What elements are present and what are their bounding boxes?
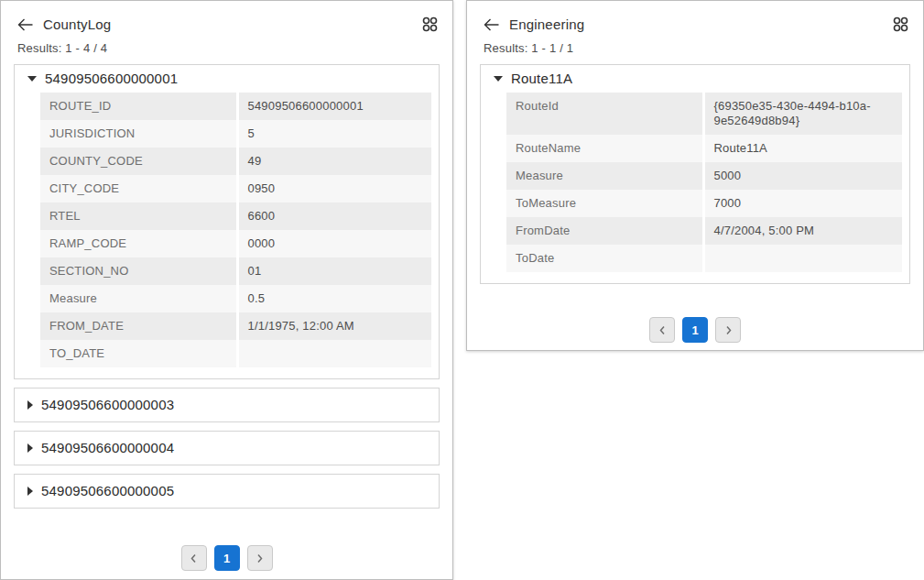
pagination: 1 [14,545,440,571]
feature-title: 54909506600000004 [41,441,174,455]
chevron-right-icon [255,553,265,564]
panel-title: Engineering [509,16,584,32]
table-row: TO_DATE [40,340,431,367]
previous-page-button[interactable] [649,317,675,343]
feature-info-panel-countylog: CountyLog Results: 1 - 4 / 4 54909506600… [0,0,453,580]
feature-info-panel-engineering: Engineering Results: 1 - 1 / 1 Route11A … [466,0,924,351]
apps-grid-icon [422,16,438,32]
field-label: RTEL [40,202,237,230]
field-value: Route11A [703,135,902,162]
arrow-left-icon [484,18,499,31]
feature-title: Route11A [511,71,572,86]
table-row: RTEL 6600 [40,202,431,230]
arrow-left-icon [17,18,33,31]
table-row: SECTION_NO 01 [40,257,431,285]
table-row: Measure 5000 [506,162,902,190]
feature-title: 54909506600000005 [41,484,174,498]
caret-right-icon [27,487,33,496]
table-row: ToDate [506,245,902,272]
field-label: TO_DATE [40,340,237,367]
field-label: Measure [40,285,237,312]
field-value: 7000 [703,190,902,217]
field-label: JURISDICTION [40,120,237,148]
next-page-button[interactable] [247,545,273,571]
feature-list: Route11A RouteId {69350e35-430e-4494-b10… [467,64,923,343]
feature-toggle[interactable]: 54909506600000004 [15,432,439,465]
feature-toggle[interactable]: 54909506600000001 [15,65,439,93]
table-row: CITY_CODE 0950 [40,175,431,202]
table-row: FromDate 4/7/2004, 5:00 PM [506,217,902,245]
chevron-left-icon [658,325,668,335]
attribute-table: RouteId {69350e35-430e-4494-b10a-9e52649… [506,93,902,272]
caret-right-icon [27,443,33,453]
table-row: Measure 0.5 [40,285,431,312]
field-value: 54909506600000001 [237,93,431,120]
feature-card-collapsed: 54909506600000003 [14,388,440,422]
field-label: RouteId [506,93,703,135]
table-row: JURISDICTION 5 [40,120,431,148]
current-page-button[interactable]: 1 [682,317,708,343]
caret-down-icon [27,76,37,82]
back-button[interactable] [17,18,33,31]
field-value: 0950 [237,175,431,202]
field-value [237,340,431,367]
field-label: CITY_CODE [40,175,237,202]
caret-down-icon [494,76,503,82]
feature-title: 54909506600000001 [45,71,178,86]
chevron-right-icon [723,325,734,335]
table-row: FROM_DATE 1/1/1975, 12:00 AM [40,312,431,340]
field-label: ToDate [506,245,703,272]
apps-grid-icon [893,16,908,32]
field-value: 5000 [703,162,902,190]
feature-toggle[interactable]: Route11A [481,65,909,93]
results-count: Results: 1 - 4 / 4 [1,41,452,55]
field-label: SECTION_NO [40,257,237,285]
apps-grid-button[interactable] [422,16,438,32]
table-row: ROUTE_ID 54909506600000001 [40,93,431,120]
feature-toggle[interactable]: 54909506600000005 [15,475,439,508]
pagination: 1 [480,317,910,343]
field-value: 49 [237,148,431,175]
feature-title: 54909506600000003 [41,398,174,412]
chevron-left-icon [189,553,199,564]
field-label: COUNTY_CODE [40,148,237,175]
table-row: RAMP_CODE 0000 [40,230,431,257]
field-label: RAMP_CODE [40,230,237,257]
panel-header: Engineering [467,1,923,32]
field-label: ToMeasure [506,190,703,217]
field-label: RouteName [506,135,703,162]
table-row: ToMeasure 7000 [506,190,902,217]
feature-card-collapsed: 54909506600000004 [14,431,440,465]
field-label: ROUTE_ID [40,93,237,120]
field-value: {69350e35-430e-4494-b10a-9e52649d8b94} [703,93,902,135]
current-page-button[interactable]: 1 [214,545,240,571]
feature-card-expanded: 54909506600000001 ROUTE_ID 5490950660000… [14,64,440,379]
table-row: RouteId {69350e35-430e-4494-b10a-9e52649… [506,93,902,135]
field-label: FromDate [506,217,703,245]
field-value: 5 [237,120,431,148]
feature-list: 54909506600000001 ROUTE_ID 5490950660000… [1,64,452,571]
apps-grid-button[interactable] [893,16,908,32]
panel-header: CountyLog [1,1,452,32]
field-value: 6600 [237,202,431,230]
field-value: 0.5 [237,285,431,312]
panel-title: CountyLog [43,16,111,32]
field-value: 01 [237,257,431,285]
attribute-table: ROUTE_ID 54909506600000001 JURISDICTION … [40,93,431,367]
back-button[interactable] [484,18,499,31]
field-value: 4/7/2004, 5:00 PM [703,217,902,245]
field-label: FROM_DATE [40,312,237,340]
table-row: COUNTY_CODE 49 [40,148,431,175]
field-value [703,245,902,272]
next-page-button[interactable] [715,317,741,343]
field-value: 0000 [237,230,431,257]
caret-right-icon [27,400,33,410]
results-count: Results: 1 - 1 / 1 [467,41,923,55]
previous-page-button[interactable] [181,545,207,571]
field-value: 1/1/1975, 12:00 AM [237,312,431,340]
table-row: RouteName Route11A [506,135,902,162]
feature-card-expanded: Route11A RouteId {69350e35-430e-4494-b10… [480,64,910,284]
feature-toggle[interactable]: 54909506600000003 [15,388,439,421]
field-label: Measure [506,162,703,190]
feature-card-collapsed: 54909506600000005 [14,474,440,509]
